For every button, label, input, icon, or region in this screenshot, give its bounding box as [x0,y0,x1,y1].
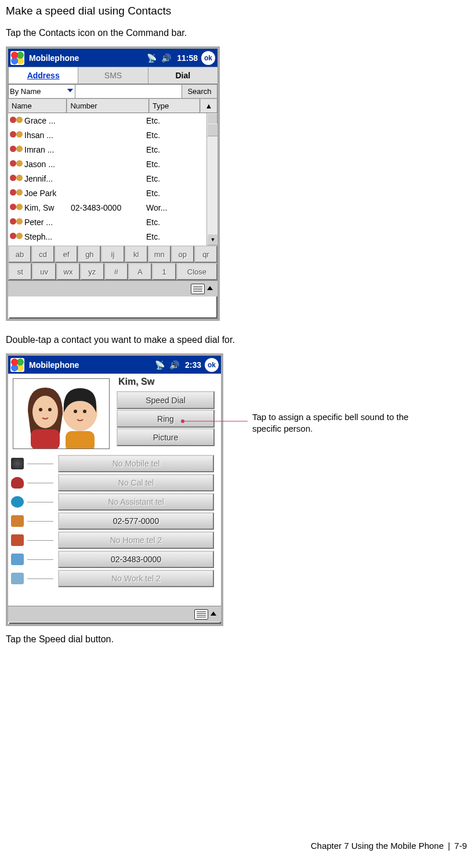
picture-button[interactable]: Picture [117,428,215,446]
svg-rect-9 [66,431,95,449]
list-item[interactable]: Steph...Etc. [8,229,217,244]
list-item[interactable]: Ihsan ...Etc. [8,128,217,142]
ring-button[interactable]: Ring [117,410,215,428]
tab-address[interactable]: Address [8,67,78,84]
scroll-thumb[interactable] [207,124,217,136]
speaker-icon[interactable]: 🔊 [161,53,171,63]
step-2-text: Double-tap a contact you want to make a … [6,335,469,345]
scroll-down-icon[interactable]: ▼ [207,234,217,245]
phone-button[interactable]: 02-577-0000 [58,512,214,530]
screenshot-contacts-list: Mobilephone 📡 🔊 11:58 ok Address SMS Dia… [6,46,220,321]
vertical-scrollbar[interactable]: ▼ [206,113,217,245]
phone-button[interactable]: No Home tel 2 [58,531,214,549]
app-title: Mobilephone [29,53,144,63]
letter-button[interactable]: uv [32,263,56,280]
letter-button[interactable]: # [104,263,128,280]
footer-separator: | [448,841,450,851]
letter-button[interactable]: wx [56,263,80,280]
col-number[interactable]: Number [67,99,149,113]
phone-button[interactable]: No Cal tel [58,474,214,491]
list-item[interactable]: Joe ParkEtc. [8,186,217,200]
home2-icon [11,534,24,546]
scroll-up-button[interactable]: ▲ [200,99,217,113]
letter-row-2: st uv wx yz # A 1 Close [8,263,217,280]
page-footer: Chapter 7 Using the Mobile Phone | 7-9 [311,841,467,851]
bottom-bar [8,280,217,296]
search-input[interactable] [75,84,182,99]
letter-button[interactable]: ij [101,245,124,263]
letter-button[interactable]: ef [55,245,78,263]
keyboard-icon[interactable] [191,284,205,294]
tab-dial[interactable]: Dial [148,67,218,84]
letter-button[interactable]: st [8,263,32,280]
phone-row-work: 02-3483-0000 [11,551,214,568]
ok-button[interactable]: ok [205,358,219,372]
search-button[interactable]: Search [182,84,217,99]
list-item[interactable]: Grace ...Etc. [8,113,217,128]
letter-button[interactable]: op [171,245,194,263]
letter-button[interactable]: yz [80,263,104,280]
contact-icon [10,144,23,155]
step-1-text: Tap the Contacts icon on the Command bar… [6,28,469,38]
keyboard-icon[interactable] [194,609,208,620]
contact-icon [10,202,23,214]
list-item[interactable]: Jason ...Etc. [8,157,217,171]
phone-row-mobile: No Mobile tel [11,455,214,472]
contact-avatar [13,378,110,449]
list-item[interactable]: Peter ...Etc. [8,215,217,229]
list-item[interactable]: Kim, Sw02-3483-0000Wor... [8,200,217,215]
signal-off-icon[interactable]: 📡 [155,360,165,370]
work2-icon [11,573,24,584]
speaker-icon[interactable]: 🔊 [169,360,179,370]
letter-button[interactable]: 1 [152,263,176,280]
speed-dial-button[interactable]: Speed Dial [117,391,215,409]
letter-button[interactable]: kl [125,245,148,263]
signal-off-icon[interactable]: 📡 [147,53,157,63]
letter-button[interactable]: gh [78,245,101,263]
phone-row-home: 02-577-0000 [11,512,214,530]
letter-button[interactable]: cd [31,245,55,263]
contact-icon [10,187,23,199]
clock-time: 2:33 [185,360,201,370]
annotation-ring: Tap to assign a specific bell sound to t… [252,411,426,434]
contact-icon [10,129,23,141]
contact-icon [10,115,23,126]
phone-button[interactable]: 02-3483-0000 [58,551,214,568]
menu-arrow-icon[interactable] [211,612,216,616]
ok-button[interactable]: ok [201,51,215,65]
app-title: Mobilephone [29,360,153,370]
car-icon [11,477,24,489]
title-bar: Mobilephone 📡 🔊 2:33 ok [8,356,221,374]
menu-arrow-icon[interactable] [207,286,213,290]
search-mode-dropdown[interactable]: By Name [8,84,75,99]
step-3-text: Tap the Speed dial button. [6,634,469,645]
tab-sms[interactable]: SMS [78,67,148,84]
assistant-icon [11,496,24,508]
phone-button[interactable]: No Mobile tel [58,455,214,472]
letter-button[interactable]: mn [148,245,171,263]
home-icon [11,515,24,527]
list-item[interactable]: Imran ...Etc. [8,142,217,157]
phone-row-car: No Cal tel [11,474,214,491]
svg-point-2 [32,396,58,428]
letter-button[interactable]: qr [194,245,217,263]
scroll-up-icon[interactable] [207,113,217,125]
col-name[interactable]: Name [8,99,67,113]
letter-button[interactable]: A [128,263,152,280]
tab-bar: Address SMS Dial [8,67,217,84]
contact-icon [10,231,23,243]
phone-button[interactable]: No Assistant tel [58,493,214,511]
page-heading: Make a speed dial using Contacts [6,5,469,17]
mobile-icon [11,458,24,469]
letter-button[interactable]: ab [8,245,31,263]
contact-name: Kim, Sw [118,377,154,387]
col-type[interactable]: Type [149,99,200,113]
phone-button[interactable]: No Work tel 2 [58,570,214,587]
list-item[interactable]: Jennif...Etc. [8,171,217,186]
phone-row-assistant: No Assistant tel [11,493,214,511]
work-icon [11,554,24,565]
windows-logo-icon[interactable] [10,358,24,372]
close-button[interactable]: Close [176,263,217,280]
svg-point-7 [74,410,77,413]
windows-logo-icon[interactable] [10,51,24,65]
